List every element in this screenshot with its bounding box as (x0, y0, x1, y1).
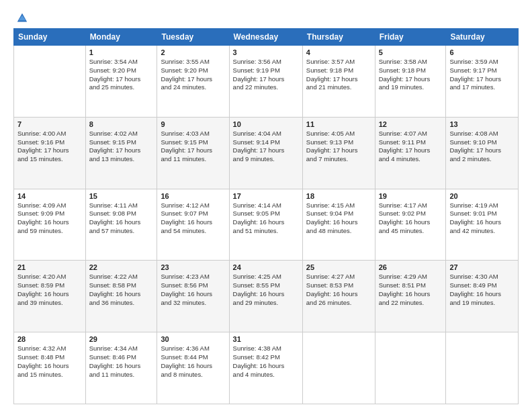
day-number: 21 (17, 263, 82, 271)
header (13, 12, 519, 21)
col-sunday: Sunday (14, 29, 86, 46)
table-cell: 30Sunrise: 4:36 AM Sunset: 8:44 PM Dayli… (157, 332, 229, 404)
table-cell: 20Sunrise: 4:19 AM Sunset: 9:01 PM Dayli… (446, 189, 519, 261)
day-info: Sunrise: 4:29 AM Sunset: 8:51 PM Dayligh… (379, 273, 443, 307)
table-cell: 21Sunrise: 4:20 AM Sunset: 8:59 PM Dayli… (14, 261, 86, 332)
table-cell: 13Sunrise: 4:08 AM Sunset: 9:10 PM Dayli… (446, 117, 519, 189)
table-cell: 12Sunrise: 4:07 AM Sunset: 9:11 PM Dayli… (375, 117, 446, 189)
table-cell: 24Sunrise: 4:25 AM Sunset: 8:55 PM Dayli… (229, 261, 302, 332)
table-cell: 10Sunrise: 4:04 AM Sunset: 9:14 PM Dayli… (229, 117, 302, 189)
day-info: Sunrise: 4:17 AM Sunset: 9:02 PM Dayligh… (379, 201, 443, 236)
table-cell: 3Sunrise: 3:56 AM Sunset: 9:19 PM Daylig… (229, 46, 302, 118)
col-wednesday: Wednesday (229, 29, 302, 46)
table-cell (14, 46, 86, 118)
day-info: Sunrise: 4:04 AM Sunset: 9:14 PM Dayligh… (233, 130, 299, 164)
calendar-week-row: 7Sunrise: 4:00 AM Sunset: 9:16 PM Daylig… (14, 117, 519, 189)
day-number: 29 (89, 335, 154, 343)
day-info: Sunrise: 3:59 AM Sunset: 9:17 PM Dayligh… (449, 58, 515, 92)
day-number: 1 (89, 48, 154, 56)
day-number: 18 (306, 192, 371, 200)
table-cell: 18Sunrise: 4:15 AM Sunset: 9:04 PM Dayli… (302, 189, 375, 261)
logo-icon (16, 12, 28, 24)
table-cell: 28Sunrise: 4:32 AM Sunset: 8:48 PM Dayli… (14, 332, 86, 404)
day-number: 12 (379, 120, 443, 128)
day-info: Sunrise: 4:32 AM Sunset: 8:48 PM Dayligh… (17, 345, 82, 379)
day-number: 25 (306, 263, 371, 271)
table-cell: 23Sunrise: 4:23 AM Sunset: 8:56 PM Dayli… (157, 261, 229, 332)
day-number: 16 (161, 192, 225, 200)
day-number: 11 (306, 120, 371, 128)
day-info: Sunrise: 4:20 AM Sunset: 8:59 PM Dayligh… (17, 273, 82, 307)
table-cell: 29Sunrise: 4:34 AM Sunset: 8:46 PM Dayli… (85, 332, 157, 404)
day-number: 17 (233, 192, 299, 200)
table-cell: 16Sunrise: 4:12 AM Sunset: 9:07 PM Dayli… (157, 189, 229, 261)
table-cell: 5Sunrise: 3:58 AM Sunset: 9:18 PM Daylig… (375, 46, 446, 118)
calendar-week-row: 1Sunrise: 3:54 AM Sunset: 9:20 PM Daylig… (14, 46, 519, 118)
day-info: Sunrise: 4:36 AM Sunset: 8:44 PM Dayligh… (161, 345, 225, 379)
day-number: 10 (233, 120, 299, 128)
table-cell: 17Sunrise: 4:14 AM Sunset: 9:05 PM Dayli… (229, 189, 302, 261)
table-cell: 1Sunrise: 3:54 AM Sunset: 9:20 PM Daylig… (85, 46, 157, 118)
day-info: Sunrise: 4:38 AM Sunset: 8:42 PM Dayligh… (233, 345, 299, 379)
day-number: 6 (449, 48, 515, 56)
calendar-week-row: 14Sunrise: 4:09 AM Sunset: 9:09 PM Dayli… (14, 189, 519, 261)
day-number: 23 (161, 263, 225, 271)
day-info: Sunrise: 4:22 AM Sunset: 8:58 PM Dayligh… (89, 273, 154, 307)
table-cell: 19Sunrise: 4:17 AM Sunset: 9:02 PM Dayli… (375, 189, 446, 261)
table-cell: 2Sunrise: 3:55 AM Sunset: 9:20 PM Daylig… (157, 46, 229, 118)
calendar-week-row: 28Sunrise: 4:32 AM Sunset: 8:48 PM Dayli… (14, 332, 519, 404)
day-info: Sunrise: 3:54 AM Sunset: 9:20 PM Dayligh… (89, 58, 154, 92)
day-info: Sunrise: 4:12 AM Sunset: 9:07 PM Dayligh… (161, 201, 225, 236)
table-cell: 25Sunrise: 4:27 AM Sunset: 8:53 PM Dayli… (302, 261, 375, 332)
day-info: Sunrise: 3:58 AM Sunset: 9:18 PM Dayligh… (379, 58, 443, 92)
table-cell (446, 332, 519, 404)
table-cell: 7Sunrise: 4:00 AM Sunset: 9:16 PM Daylig… (14, 117, 86, 189)
day-info: Sunrise: 4:30 AM Sunset: 8:49 PM Dayligh… (449, 273, 515, 307)
day-number: 7 (17, 120, 82, 128)
day-info: Sunrise: 4:27 AM Sunset: 8:53 PM Dayligh… (306, 273, 371, 307)
day-info: Sunrise: 3:56 AM Sunset: 9:19 PM Dayligh… (233, 58, 299, 92)
day-number: 4 (306, 48, 371, 56)
day-number: 22 (89, 263, 154, 271)
day-info: Sunrise: 4:11 AM Sunset: 9:08 PM Dayligh… (89, 201, 154, 236)
day-number: 15 (89, 192, 154, 200)
calendar-header-row: Sunday Monday Tuesday Wednesday Thursday… (14, 29, 519, 46)
col-thursday: Thursday (302, 29, 375, 46)
col-monday: Monday (85, 29, 157, 46)
day-number: 24 (233, 263, 299, 271)
day-number: 26 (379, 263, 443, 271)
day-number: 30 (161, 335, 225, 343)
table-cell: 11Sunrise: 4:05 AM Sunset: 9:13 PM Dayli… (302, 117, 375, 189)
day-info: Sunrise: 4:07 AM Sunset: 9:11 PM Dayligh… (379, 130, 443, 164)
day-info: Sunrise: 4:15 AM Sunset: 9:04 PM Dayligh… (306, 201, 371, 236)
table-cell: 4Sunrise: 3:57 AM Sunset: 9:18 PM Daylig… (302, 46, 375, 118)
table-cell (302, 332, 375, 404)
day-info: Sunrise: 4:00 AM Sunset: 9:16 PM Dayligh… (17, 130, 82, 164)
day-info: Sunrise: 3:55 AM Sunset: 9:20 PM Dayligh… (161, 58, 225, 92)
day-number: 9 (161, 120, 225, 128)
calendar-week-row: 21Sunrise: 4:20 AM Sunset: 8:59 PM Dayli… (14, 261, 519, 332)
day-number: 14 (17, 192, 82, 200)
page: Sunday Monday Tuesday Wednesday Thursday… (0, 0, 532, 411)
table-cell (375, 332, 446, 404)
day-info: Sunrise: 4:34 AM Sunset: 8:46 PM Dayligh… (89, 345, 154, 379)
table-cell: 8Sunrise: 4:02 AM Sunset: 9:15 PM Daylig… (85, 117, 157, 189)
table-cell: 26Sunrise: 4:29 AM Sunset: 8:51 PM Dayli… (375, 261, 446, 332)
table-cell: 31Sunrise: 4:38 AM Sunset: 8:42 PM Dayli… (229, 332, 302, 404)
col-friday: Friday (375, 29, 446, 46)
day-info: Sunrise: 4:23 AM Sunset: 8:56 PM Dayligh… (161, 273, 225, 307)
table-cell: 6Sunrise: 3:59 AM Sunset: 9:17 PM Daylig… (446, 46, 519, 118)
day-number: 3 (233, 48, 299, 56)
day-info: Sunrise: 4:25 AM Sunset: 8:55 PM Dayligh… (233, 273, 299, 307)
table-cell: 22Sunrise: 4:22 AM Sunset: 8:58 PM Dayli… (85, 261, 157, 332)
day-info: Sunrise: 4:03 AM Sunset: 9:15 PM Dayligh… (161, 130, 225, 164)
table-cell: 15Sunrise: 4:11 AM Sunset: 9:08 PM Dayli… (85, 189, 157, 261)
table-cell: 27Sunrise: 4:30 AM Sunset: 8:49 PM Dayli… (446, 261, 519, 332)
logo (13, 12, 28, 21)
day-number: 8 (89, 120, 154, 128)
day-number: 27 (449, 263, 515, 271)
day-info: Sunrise: 4:14 AM Sunset: 9:05 PM Dayligh… (233, 201, 299, 236)
day-info: Sunrise: 4:09 AM Sunset: 9:09 PM Dayligh… (17, 201, 82, 236)
day-number: 31 (233, 335, 299, 343)
day-number: 20 (449, 192, 515, 200)
